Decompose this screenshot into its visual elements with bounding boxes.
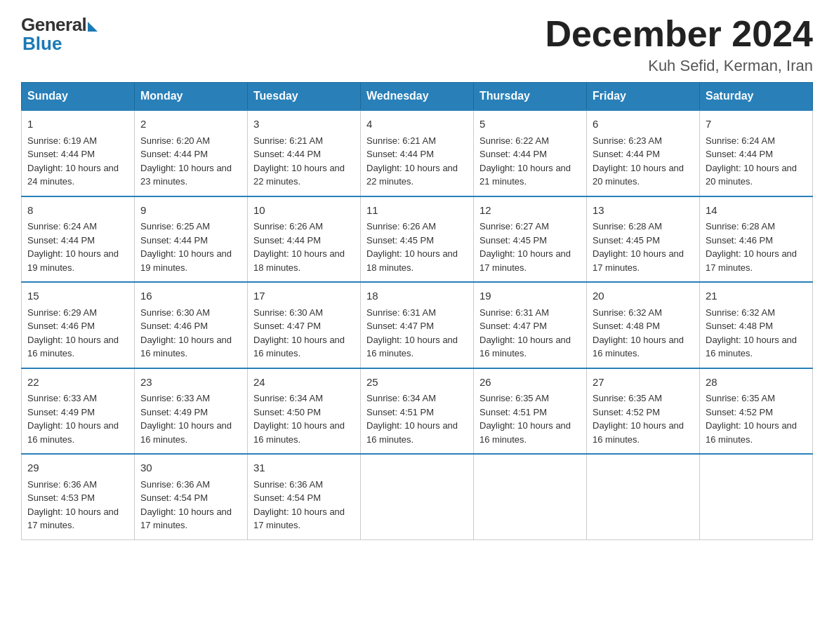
- day-number: 18: [366, 288, 468, 304]
- daylight-text: Daylight: 10 hours and 16 minutes.: [366, 335, 458, 359]
- daylight-text: Daylight: 10 hours and 17 minutes.: [27, 507, 119, 531]
- sunset-text: Sunset: 4:44 PM: [27, 149, 95, 159]
- daylight-text: Daylight: 10 hours and 16 minutes.: [593, 420, 684, 445]
- sunrise-text: Sunrise: 6:32 AM: [593, 307, 662, 318]
- daylight-text: Daylight: 10 hours and 16 minutes.: [253, 335, 345, 359]
- day-number: 21: [706, 288, 807, 304]
- days-header-row: SundayMondayTuesdayWednesdayThursdayFrid…: [22, 83, 813, 111]
- sunrise-text: Sunrise: 6:30 AM: [253, 307, 323, 318]
- sunset-text: Sunset: 4:48 PM: [706, 321, 773, 331]
- sunset-text: Sunset: 4:45 PM: [593, 235, 660, 246]
- title-section: December 2024 Kuh Sefid, Kerman, Iran: [545, 14, 813, 75]
- sunset-text: Sunset: 4:54 PM: [140, 492, 208, 503]
- day-number: 15: [27, 288, 128, 304]
- calendar-cell: 27Sunrise: 6:35 AMSunset: 4:52 PMDayligh…: [587, 368, 700, 455]
- sunset-text: Sunset: 4:52 PM: [706, 407, 773, 417]
- day-number: 3: [253, 116, 355, 133]
- sunrise-text: Sunrise: 6:34 AM: [253, 393, 323, 403]
- day-number: 9: [140, 203, 241, 219]
- calendar-cell: 4Sunrise: 6:21 AMSunset: 4:44 PMDaylight…: [361, 110, 474, 196]
- sunrise-text: Sunrise: 6:26 AM: [366, 221, 436, 232]
- calendar-cell: 21Sunrise: 6:32 AMSunset: 4:48 PMDayligh…: [700, 282, 813, 368]
- sunrise-text: Sunrise: 6:32 AM: [706, 307, 775, 318]
- week-row-3: 15Sunrise: 6:29 AMSunset: 4:46 PMDayligh…: [22, 282, 813, 368]
- sunrise-text: Sunrise: 6:33 AM: [140, 393, 210, 403]
- calendar-cell: 31Sunrise: 6:36 AMSunset: 4:54 PMDayligh…: [248, 454, 361, 539]
- sunset-text: Sunset: 4:44 PM: [253, 149, 321, 159]
- daylight-text: Daylight: 10 hours and 16 minutes.: [593, 335, 684, 359]
- sunrise-text: Sunrise: 6:29 AM: [27, 307, 97, 318]
- sunset-text: Sunset: 4:47 PM: [479, 321, 547, 331]
- day-number: 16: [140, 288, 241, 304]
- day-number: 5: [479, 116, 581, 133]
- day-header-monday: Monday: [135, 83, 248, 111]
- daylight-text: Daylight: 10 hours and 17 minutes.: [706, 248, 797, 273]
- sunrise-text: Sunrise: 6:36 AM: [27, 479, 97, 490]
- sunrise-text: Sunrise: 6:35 AM: [479, 393, 549, 403]
- day-number: 25: [366, 375, 468, 391]
- sunrise-text: Sunrise: 6:24 AM: [27, 221, 97, 232]
- day-number: 10: [253, 203, 355, 219]
- logo-arrow-icon: [88, 22, 98, 32]
- calendar-cell: 14Sunrise: 6:28 AMSunset: 4:46 PMDayligh…: [700, 196, 813, 283]
- day-number: 24: [253, 375, 355, 391]
- week-row-1: 1Sunrise: 6:19 AMSunset: 4:44 PMDaylight…: [22, 110, 813, 196]
- sunset-text: Sunset: 4:51 PM: [366, 407, 434, 417]
- calendar-cell: 15Sunrise: 6:29 AMSunset: 4:46 PMDayligh…: [22, 282, 135, 368]
- sunrise-text: Sunrise: 6:28 AM: [593, 221, 662, 232]
- day-number: 4: [366, 116, 468, 133]
- calendar-cell: 9Sunrise: 6:25 AMSunset: 4:44 PMDaylight…: [135, 196, 248, 283]
- calendar-table: SundayMondayTuesdayWednesdayThursdayFrid…: [21, 82, 813, 540]
- sunrise-text: Sunrise: 6:21 AM: [253, 135, 323, 146]
- sunrise-text: Sunrise: 6:27 AM: [479, 221, 549, 232]
- day-number: 1: [27, 116, 128, 133]
- logo-blue-text: Blue: [22, 33, 62, 55]
- calendar-cell: 22Sunrise: 6:33 AMSunset: 4:49 PMDayligh…: [22, 368, 135, 455]
- sunset-text: Sunset: 4:44 PM: [706, 149, 773, 159]
- sunset-text: Sunset: 4:44 PM: [140, 235, 208, 246]
- calendar-cell: 10Sunrise: 6:26 AMSunset: 4:44 PMDayligh…: [248, 196, 361, 283]
- sunrise-text: Sunrise: 6:21 AM: [366, 135, 436, 146]
- daylight-text: Daylight: 10 hours and 24 minutes.: [27, 163, 119, 187]
- calendar-cell: 17Sunrise: 6:30 AMSunset: 4:47 PMDayligh…: [248, 282, 361, 368]
- sunrise-text: Sunrise: 6:28 AM: [706, 221, 775, 232]
- calendar-cell: 5Sunrise: 6:22 AMSunset: 4:44 PMDaylight…: [474, 110, 587, 196]
- calendar-cell: 23Sunrise: 6:33 AMSunset: 4:49 PMDayligh…: [135, 368, 248, 455]
- sunset-text: Sunset: 4:50 PM: [253, 407, 321, 417]
- daylight-text: Daylight: 10 hours and 22 minutes.: [366, 163, 458, 187]
- daylight-text: Daylight: 10 hours and 18 minutes.: [253, 248, 345, 273]
- daylight-text: Daylight: 10 hours and 23 minutes.: [140, 163, 232, 187]
- day-number: 29: [27, 460, 128, 476]
- day-number: 6: [593, 116, 694, 133]
- sunrise-text: Sunrise: 6:20 AM: [140, 135, 210, 146]
- calendar-cell: 2Sunrise: 6:20 AMSunset: 4:44 PMDaylight…: [135, 110, 248, 196]
- calendar-cell: 24Sunrise: 6:34 AMSunset: 4:50 PMDayligh…: [248, 368, 361, 455]
- daylight-text: Daylight: 10 hours and 20 minutes.: [593, 163, 684, 187]
- calendar-cell: 3Sunrise: 6:21 AMSunset: 4:44 PMDaylight…: [248, 110, 361, 196]
- day-number: 26: [479, 375, 581, 391]
- sunrise-text: Sunrise: 6:19 AM: [27, 135, 97, 146]
- calendar-cell: [361, 454, 474, 539]
- day-header-tuesday: Tuesday: [248, 83, 361, 111]
- daylight-text: Daylight: 10 hours and 16 minutes.: [27, 420, 119, 445]
- calendar-cell: [474, 454, 587, 539]
- calendar-cell: 13Sunrise: 6:28 AMSunset: 4:45 PMDayligh…: [587, 196, 700, 283]
- sunset-text: Sunset: 4:53 PM: [27, 492, 95, 503]
- daylight-text: Daylight: 10 hours and 17 minutes.: [253, 507, 345, 531]
- daylight-text: Daylight: 10 hours and 21 minutes.: [479, 163, 571, 187]
- sunrise-text: Sunrise: 6:24 AM: [706, 135, 775, 146]
- sunrise-text: Sunrise: 6:25 AM: [140, 221, 210, 232]
- day-number: 31: [253, 460, 355, 476]
- sunset-text: Sunset: 4:51 PM: [479, 407, 547, 417]
- day-number: 14: [706, 203, 807, 219]
- day-number: 7: [706, 116, 807, 133]
- daylight-text: Daylight: 10 hours and 20 minutes.: [706, 163, 797, 187]
- day-number: 17: [253, 288, 355, 304]
- day-number: 27: [593, 375, 694, 391]
- daylight-text: Daylight: 10 hours and 17 minutes.: [479, 248, 571, 273]
- day-number: 20: [593, 288, 694, 304]
- daylight-text: Daylight: 10 hours and 17 minutes.: [593, 248, 684, 273]
- daylight-text: Daylight: 10 hours and 19 minutes.: [27, 248, 119, 273]
- calendar-cell: 1Sunrise: 6:19 AMSunset: 4:44 PMDaylight…: [22, 110, 135, 196]
- calendar-cell: 16Sunrise: 6:30 AMSunset: 4:46 PMDayligh…: [135, 282, 248, 368]
